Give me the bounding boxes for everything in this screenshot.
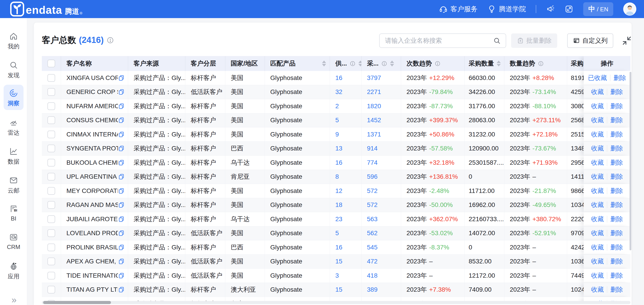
copy-icon[interactable] (118, 117, 125, 124)
purchase-count-link[interactable]: 572 (367, 187, 378, 194)
favorite-link[interactable]: 已收藏 (588, 74, 607, 82)
delete-link[interactable]: 删除 (614, 74, 626, 82)
supplier-count-link[interactable]: 15 (335, 258, 342, 265)
favorite-link[interactable]: 收藏 (591, 215, 604, 224)
row-checkbox[interactable] (48, 116, 55, 124)
supplier-count-link[interactable]: 18 (335, 201, 342, 208)
sidebar-item-crm[interactable]: CRM (0, 233, 27, 250)
info-icon[interactable] (350, 60, 356, 67)
collapse-view-icon[interactable] (622, 35, 632, 46)
copy-icon[interactable] (118, 103, 125, 110)
delete-link[interactable]: 删除 (610, 215, 623, 224)
copy-icon[interactable] (118, 173, 125, 180)
purchase-count-link[interactable]: 563 (367, 216, 378, 223)
copy-icon[interactable] (118, 74, 125, 81)
delete-link[interactable]: 删除 (610, 243, 623, 252)
supplier-count-link[interactable]: 8 (335, 173, 339, 180)
delete-link[interactable]: 删除 (610, 229, 623, 238)
supplier-count-link[interactable]: 9 (335, 131, 339, 138)
customer-name[interactable]: XINGFA USA CORPO (66, 74, 118, 82)
row-checkbox[interactable] (48, 215, 55, 223)
row-checkbox[interactable] (48, 244, 55, 251)
row-checkbox[interactable] (48, 173, 55, 180)
supplier-count-link[interactable]: 32 (335, 88, 342, 96)
fullscreen-icon[interactable] (565, 5, 573, 13)
row-checkbox[interactable] (48, 187, 55, 195)
copy-icon[interactable] (118, 202, 125, 208)
delete-link[interactable]: 删除 (610, 88, 623, 96)
copy-icon[interactable] (118, 88, 125, 95)
favorite-link[interactable]: 收藏 (591, 229, 604, 238)
vertical-scrollbar-thumb[interactable] (630, 72, 631, 250)
purchase-count-link[interactable]: 3797 (367, 74, 381, 82)
horizontal-scrollbar-thumb[interactable] (43, 301, 111, 304)
sidebar-item-insight[interactable]: 洞察 (0, 88, 27, 107)
supplier-count-link[interactable]: 5 (335, 230, 339, 237)
purchase-count-link[interactable]: 2271 (367, 88, 381, 96)
sidebar-expand-icon[interactable]: » (0, 295, 27, 305)
sidebar-item-discover[interactable]: 发现 (0, 60, 27, 79)
search-icon[interactable] (493, 37, 501, 44)
purchase-count-link[interactable]: 572 (367, 201, 378, 208)
customer-name[interactable]: LOVELAND PRODUC (66, 230, 118, 237)
delete-link[interactable]: 删除 (610, 186, 623, 195)
customer-name[interactable]: GENERIC CROP SCI (66, 88, 118, 96)
supplier-count-link[interactable]: 16 (335, 244, 342, 251)
purchase-count-link[interactable]: 472 (367, 258, 378, 265)
favorite-link[interactable]: 收藏 (591, 257, 604, 266)
row-checkbox[interactable] (48, 144, 55, 152)
custom-columns-button[interactable]: 自定义列 (567, 34, 613, 48)
supplier-count-link[interactable]: 2 (335, 102, 339, 110)
sidebar-item-bi[interactable]: BI BI (0, 204, 27, 222)
copy-icon[interactable] (118, 145, 125, 152)
nav-customer-service[interactable]: 客户服务 (439, 4, 478, 14)
purchase-count-link[interactable]: 389 (367, 286, 378, 293)
sort-suppliers[interactable] (358, 60, 362, 66)
sort-purchase-count[interactable] (390, 60, 394, 66)
row-checkbox[interactable] (48, 229, 55, 237)
copy-icon[interactable] (118, 272, 125, 279)
customer-name[interactable]: TIDE INTERNATIONA (66, 272, 118, 279)
supplier-count-link[interactable]: 16 (335, 159, 342, 166)
info-icon[interactable] (538, 60, 544, 67)
favorite-link[interactable]: 收藏 (591, 116, 604, 124)
row-checkbox[interactable] (48, 88, 55, 96)
sidebar-item-radar[interactable]: 雷达 (0, 118, 27, 137)
customer-name[interactable]: BUKOOLA CHEMICA (66, 159, 118, 166)
row-checkbox[interactable] (48, 272, 55, 280)
sidebar-item-data[interactable]: 数据 (0, 147, 27, 166)
supplier-count-link[interactable]: 23 (335, 216, 342, 223)
purchase-count-link[interactable]: 545 (367, 244, 378, 251)
favorite-link[interactable]: 收藏 (591, 243, 604, 252)
delete-link[interactable]: 删除 (610, 285, 623, 294)
customer-name[interactable]: RAGAN AND MASSE (66, 201, 118, 208)
purchase-count-link[interactable]: 596 (367, 173, 378, 180)
supplier-count-link[interactable]: 16 (335, 74, 342, 82)
customer-name[interactable]: PROLINK BRASIL AG (66, 244, 118, 251)
favorite-link[interactable]: 收藏 (591, 130, 604, 139)
copy-icon[interactable] (118, 230, 125, 236)
favorite-link[interactable]: 收藏 (591, 144, 604, 153)
sidebar-item-my[interactable]: 我的 (0, 32, 27, 50)
copy-icon[interactable] (118, 244, 125, 251)
copy-icon[interactable] (118, 131, 125, 138)
favorite-link[interactable]: 收藏 (591, 200, 604, 209)
delete-link[interactable]: 删除 (610, 271, 623, 280)
favorite-link[interactable]: 收藏 (591, 158, 604, 167)
favorite-link[interactable]: 收藏 (591, 186, 604, 195)
purchase-count-link[interactable]: 418 (367, 272, 378, 279)
delete-link[interactable]: 删除 (610, 102, 623, 110)
purchase-count-link[interactable]: 1820 (367, 102, 381, 110)
favorite-link[interactable]: 收藏 (591, 88, 604, 96)
delete-link[interactable]: 删除 (610, 130, 623, 139)
customer-name[interactable]: NUFARM AMERICAS, (66, 102, 118, 110)
customer-name[interactable]: MEY CORPORATION (66, 187, 118, 194)
favorite-link[interactable]: 收藏 (591, 271, 604, 280)
sidebar-item-cloudmail[interactable]: 云邮 (0, 176, 27, 194)
delete-link[interactable]: 删除 (610, 172, 623, 181)
favorite-link[interactable]: 收藏 (591, 102, 604, 110)
row-checkbox[interactable] (48, 201, 55, 209)
purchase-count-link[interactable]: 914 (367, 145, 378, 152)
purchase-count-link[interactable]: 1371 (367, 131, 381, 138)
select-all-checkbox[interactable] (48, 60, 55, 67)
